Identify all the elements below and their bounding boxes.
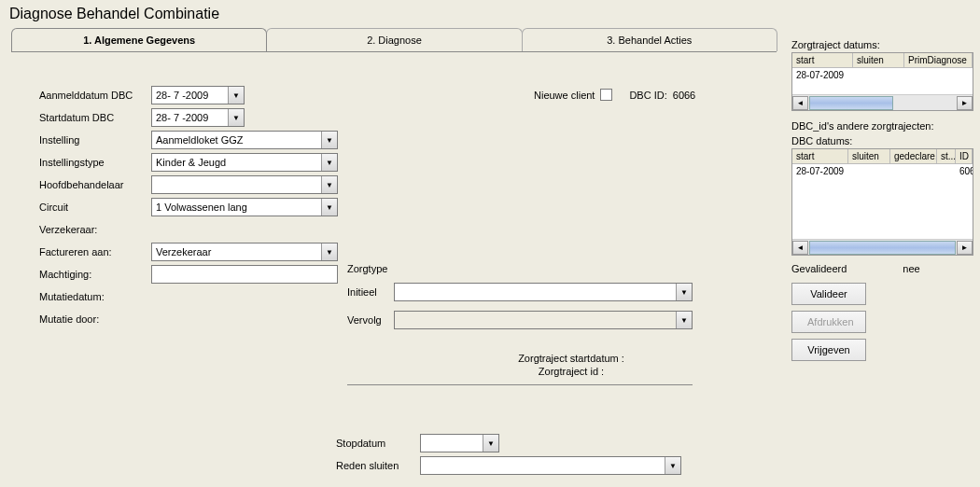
label-hoofdbehandelaar: Hoofdbehandelaar [11,179,151,190]
hoofdbehandelaar-combo[interactable]: ▼ [151,175,338,194]
col-primdiagnose[interactable]: PrimDiagnose [904,53,973,67]
afdrukken-button[interactable]: Afdrukken [791,311,866,333]
label-dbcid: DBC ID: [629,90,666,101]
label-initieel: Initieel [347,286,377,298]
initieel-combo[interactable]: ▼ [394,283,693,301]
nieuwe-client-checkbox[interactable] [600,89,612,101]
factureren-combo[interactable]: Verzekeraar▼ [151,243,338,261]
label-dbc-datums: DBC datums: [791,135,973,146]
window-title: Diagnose Behandel Combinatie [0,0,980,24]
col-id[interactable]: ID [956,149,973,163]
label-zorgtraject-startdatum: Zorgtraject startdatum : [478,353,665,364]
machtiging-input[interactable] [151,265,338,284]
chevron-down-icon[interactable]: ▼ [676,284,692,300]
scroll-right-icon[interactable]: ► [957,96,973,110]
col-gedeclareerd[interactable]: gedeclare... [890,149,937,163]
label-circuit: Circuit [11,202,151,213]
chevron-down-icon[interactable]: ▼ [321,176,337,193]
form-panel: Aanmelddatum DBC 28- 7 -2009▼ Startdatum… [11,56,777,330]
startdatum-combo[interactable]: 28- 7 -2009▼ [151,108,245,127]
stopdatum-combo[interactable]: ▼ [420,434,499,452]
col-st[interactable]: st... [937,149,956,163]
horizontal-scrollbar[interactable]: ◄ ► [792,94,973,110]
label-machtiging: Machtiging: [11,269,151,280]
gevalideerd-value: nee [903,263,919,274]
chevron-down-icon[interactable]: ▼ [228,87,244,104]
label-instellingstype: Instellingstype [11,157,151,168]
tab-bar: 1. Algemene Gegevens 2. Diagnose 3. Beha… [11,28,777,52]
horizontal-scrollbar[interactable]: ◄ ► [792,239,973,255]
scroll-right-icon[interactable]: ► [957,241,973,255]
stop-area: Stopdatum ▼ Reden sluiten ▼ [336,432,681,477]
vervolg-combo[interactable]: ▼ [394,311,693,329]
zorgtraject-grid[interactable]: start sluiten PrimDiagnose 28-07-2009 ◄ … [791,52,973,111]
label-gevalideerd: Gevalideerd [791,263,847,274]
label-nieuwe-client: Nieuwe client [534,90,595,101]
chevron-down-icon[interactable]: ▼ [321,244,337,260]
tab-behandel[interactable]: 3. Behandel Acties [522,28,777,51]
label-dbc-andere: DBC_id's andere zorgtrajecten: [791,120,973,132]
label-mutatiedoor: Mutatie door: [11,313,151,325]
label-mutatiedatum: Mutatiedatum: [11,291,151,302]
label-instelling: Instelling [11,134,151,146]
col-sluiten[interactable]: sluiten [853,53,904,67]
table-row[interactable]: 28-07-2009 6066 [792,164,973,178]
label-stopdatum: Stopdatum [336,438,420,449]
col-start[interactable]: start [792,53,853,67]
label-zorgtype: Zorgtype [347,263,387,274]
scroll-left-icon[interactable]: ◄ [792,241,808,255]
dbc-grid[interactable]: start sluiten gedeclare... st... ID 28-0… [791,148,973,256]
tab-diagnose[interactable]: 2. Diagnose [266,28,522,51]
label-startdatum: Startdatum DBC [11,112,151,123]
aanmelddatum-combo[interactable]: 28- 7 -2009▼ [151,86,245,104]
col-start[interactable]: start [792,149,848,163]
chevron-down-icon[interactable]: ▼ [321,132,337,148]
tab-algemene[interactable]: 1. Algemene Gegevens [11,28,267,51]
vrijgeven-button[interactable]: Vrijgeven [791,339,866,361]
chevron-down-icon[interactable]: ▼ [228,109,244,126]
scroll-left-icon[interactable]: ◄ [792,96,808,110]
table-row[interactable]: 28-07-2009 [792,68,973,82]
circuit-combo[interactable]: 1 Volwassenen lang▼ [151,198,338,216]
chevron-down-icon[interactable]: ▼ [665,457,680,474]
label-reden-sluiten: Reden sluiten [336,460,420,471]
label-zorgtraject-id: Zorgtraject id : [478,366,665,377]
label-zorgtraject-datums: Zorgtraject datums: [791,39,973,50]
label-verzekeraar: Verzekeraar: [11,224,151,235]
chevron-down-icon[interactable]: ▼ [483,435,498,452]
instelling-combo[interactable]: Aanmeldloket GGZ▼ [151,131,338,149]
chevron-down-icon[interactable]: ▼ [321,154,337,171]
chevron-down-icon[interactable]: ▼ [676,312,692,328]
label-vervolg: Vervolg [347,314,382,326]
chevron-down-icon[interactable]: ▼ [321,199,337,216]
instellingstype-combo[interactable]: Kinder & Jeugd▼ [151,153,338,172]
col-sluiten[interactable]: sluiten [848,149,890,163]
reden-sluiten-combo[interactable]: ▼ [420,456,681,475]
valideer-button[interactable]: Valideer [791,283,866,305]
label-factureren: Factureren aan: [11,246,151,257]
side-panel: Zorgtraject datums: start sluiten PrimDi… [791,35,973,364]
dbcid-value: 6066 [673,90,695,101]
label-aanmelddatum: Aanmelddatum DBC [11,90,151,101]
